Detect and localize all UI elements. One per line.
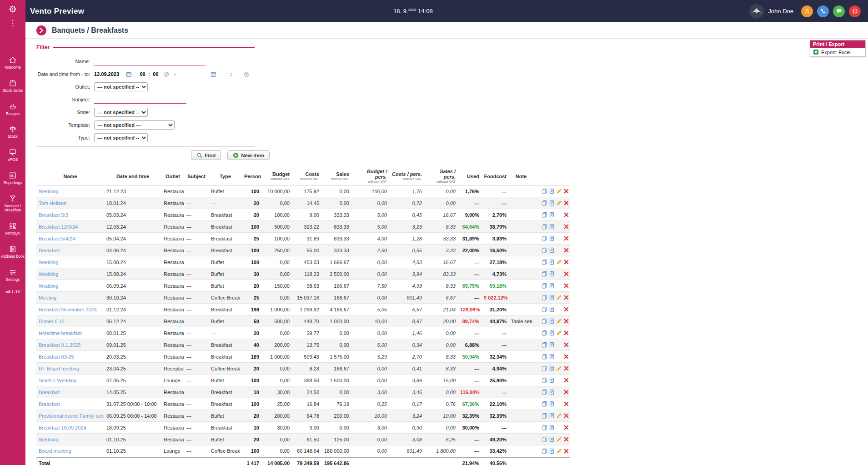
delete-icon[interactable]: [563, 306, 569, 312]
delete-icon[interactable]: [563, 188, 569, 194]
find-button[interactable]: Find: [191, 150, 221, 160]
event-link[interactable]: Breakfast: [39, 248, 60, 253]
delete-icon[interactable]: [563, 448, 569, 454]
event-link[interactable]: Breakfast 03-25: [39, 354, 74, 360]
copy-icon[interactable]: [542, 224, 547, 230]
copy-icon[interactable]: [542, 283, 547, 289]
delete-icon[interactable]: [563, 377, 569, 383]
document-icon[interactable]: [549, 306, 555, 312]
menu-dots-icon[interactable]: ⋮: [9, 19, 17, 27]
delete-icon[interactable]: [563, 200, 569, 206]
document-icon[interactable]: [549, 425, 555, 430]
page-arrow-icon[interactable]: [36, 25, 46, 35]
copy-icon[interactable]: [542, 354, 547, 360]
event-link[interactable]: Board meeting: [39, 448, 71, 454]
event-link[interactable]: Wedding: [39, 271, 58, 277]
copy-icon[interactable]: [542, 271, 547, 277]
copy-icon[interactable]: [542, 330, 547, 336]
name-input[interactable]: [94, 58, 206, 65]
copy-icon[interactable]: [542, 188, 547, 194]
document-icon[interactable]: [549, 295, 555, 300]
power-button[interactable]: [849, 5, 861, 17]
copy-icon[interactable]: [542, 235, 547, 241]
edit-pencil-icon[interactable]: [556, 295, 562, 300]
print-export-header[interactable]: Print / Export: [810, 40, 865, 48]
event-link[interactable]: Breakfast 5/4/24: [39, 236, 75, 241]
copy-icon[interactable]: [542, 401, 547, 407]
copy-icon[interactable]: [542, 365, 547, 371]
avatar[interactable]: [749, 4, 764, 19]
document-icon[interactable]: [549, 200, 555, 206]
sidebar-item-settings[interactable]: Settings: [0, 268, 25, 282]
document-icon[interactable]: [549, 377, 555, 383]
document-icon[interactable]: [549, 283, 555, 289]
copy-icon[interactable]: [542, 318, 547, 324]
edit-pencil-icon[interactable]: [556, 318, 562, 324]
event-link[interactable]: Hoteltime breakfast: [39, 330, 82, 336]
edit-pencil-icon[interactable]: [556, 448, 562, 454]
sidebar-item-stock-items[interactable]: Stock items: [0, 79, 25, 93]
copy-icon[interactable]: [542, 212, 547, 218]
event-link[interactable]: Breakfast November 2024: [39, 307, 97, 312]
copy-icon[interactable]: [542, 425, 547, 430]
delete-icon[interactable]: [563, 295, 569, 300]
copy-icon[interactable]: [542, 342, 547, 348]
delete-icon[interactable]: [563, 401, 569, 407]
new-item-button[interactable]: New item: [227, 150, 270, 160]
calendar-icon[interactable]: [211, 71, 216, 77]
event-link[interactable]: Dinner 6.12.: [39, 319, 66, 324]
delete-icon[interactable]: [563, 436, 569, 442]
event-link[interactable]: Breakfast 16.09.2024: [39, 425, 86, 430]
edit-pencil-icon[interactable]: [556, 188, 562, 194]
copy-icon[interactable]: [542, 448, 547, 454]
event-link[interactable]: Breakfast: [39, 390, 60, 395]
document-icon[interactable]: [549, 401, 555, 407]
outlet-select[interactable]: --- not specified ---: [94, 82, 148, 91]
delete-icon[interactable]: [563, 247, 569, 253]
event-link[interactable]: Wedding: [39, 437, 58, 442]
subject-input[interactable]: [94, 96, 186, 104]
sidebar-item-epos[interactable]: ePOS: [0, 148, 25, 162]
event-link[interactable]: Breakfast 12/3/24: [39, 224, 78, 230]
copy-icon[interactable]: [542, 306, 547, 312]
document-icon[interactable]: [549, 436, 555, 442]
clock-icon[interactable]: [244, 71, 250, 77]
document-icon[interactable]: [549, 448, 555, 454]
event-link[interactable]: Provisional event: Family lunch: [39, 413, 104, 419]
edit-pencil-icon[interactable]: [556, 365, 562, 371]
edit-pencil-icon[interactable]: [556, 330, 562, 336]
clock-icon[interactable]: [163, 71, 169, 77]
sidebar-item-reportings[interactable]: Reportings: [0, 171, 25, 185]
delete-icon[interactable]: [563, 235, 569, 241]
event-link[interactable]: Meeting: [39, 295, 56, 300]
event-link[interactable]: Wedding: [39, 260, 58, 265]
document-icon[interactable]: [549, 212, 555, 218]
delete-icon[interactable]: [563, 318, 569, 324]
document-icon[interactable]: [549, 354, 555, 360]
event-link[interactable]: Wedding: [39, 283, 58, 289]
delete-icon[interactable]: [563, 271, 569, 277]
edit-pencil-icon[interactable]: [556, 259, 562, 265]
template-select[interactable]: --- not specified ---: [94, 120, 175, 130]
state-select[interactable]: --- not specified ---: [94, 108, 148, 117]
delete-icon[interactable]: [563, 354, 569, 360]
sidebar-item-welcome[interactable]: Welcome: [0, 56, 25, 70]
sidebar-item-ventoqr[interactable]: VentoQR: [0, 222, 25, 236]
event-link[interactable]: Breakfast 5/3: [39, 212, 68, 218]
sidebar-item-banquet-breakfast[interactable]: Banquet / Breakfast: [0, 195, 25, 213]
delete-icon[interactable]: [563, 342, 569, 348]
delete-icon[interactable]: [563, 425, 569, 430]
date-to-input[interactable]: [181, 70, 211, 78]
event-link[interactable]: Breakfast: [39, 401, 60, 407]
document-icon[interactable]: [549, 235, 555, 241]
user-name[interactable]: John Doe: [768, 8, 793, 15]
copy-icon[interactable]: [542, 436, 547, 442]
contacts-button[interactable]: [801, 5, 813, 17]
date-from-input[interactable]: [94, 70, 126, 78]
delete-icon[interactable]: [563, 389, 569, 395]
chat-button[interactable]: [833, 5, 845, 17]
copy-icon[interactable]: [542, 389, 547, 395]
document-icon[interactable]: [549, 247, 555, 253]
copy-icon[interactable]: [542, 200, 547, 206]
copy-icon[interactable]: [542, 259, 547, 265]
